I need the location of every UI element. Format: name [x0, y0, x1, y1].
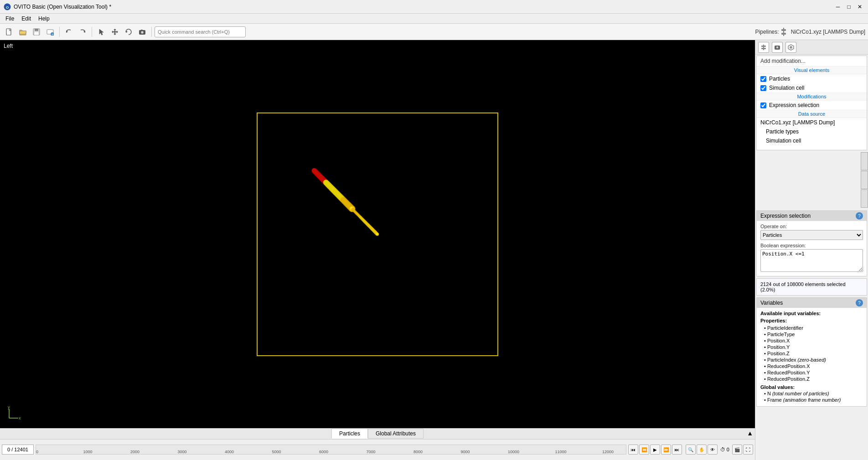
eye-button[interactable]: 👁 — [708, 445, 718, 455]
load-url-button[interactable]: + — [44, 26, 57, 38]
pipeline-tab-icon — [760, 44, 767, 51]
expression-selection-checkbox[interactable] — [760, 102, 766, 108]
save-button[interactable] — [30, 26, 43, 38]
search-input[interactable] — [155, 26, 246, 37]
sim-cell-ds-label: Simulation cell — [766, 138, 801, 144]
prop-position-z: Position.Z — [764, 351, 863, 356]
rotate-icon — [125, 28, 132, 36]
camera-tab-icon — [774, 44, 780, 51]
redo-button[interactable] — [76, 26, 89, 38]
variables-panel-title: Variables — [760, 300, 783, 306]
title-bar: O OVITO Basic (Open Visualization Tool) … — [0, 0, 868, 14]
fullscreen-button[interactable]: ⛶ — [743, 445, 753, 455]
close-button[interactable]: ✕ — [855, 2, 864, 11]
svg-rect-18 — [781, 33, 786, 35]
goto-start-button[interactable]: ⏮ — [628, 445, 638, 455]
undo-button[interactable] — [62, 26, 75, 38]
undo-icon — [65, 28, 72, 36]
menu-bar: File Edit Help — [0, 14, 868, 24]
modifications-label: Modifications — [757, 92, 867, 101]
boolean-expr-label: Boolean expression: — [760, 243, 863, 248]
expression-panel-body: Operate on: Particles Bonds Boolean expr… — [757, 221, 867, 276]
play-button[interactable]: ▶ — [650, 445, 660, 455]
simulation-cell-item[interactable]: Simulation cell — [757, 83, 867, 92]
simulation-cell-checkbox[interactable] — [760, 85, 766, 91]
screenshot-button[interactable] — [136, 26, 149, 38]
menu-file[interactable]: File — [2, 15, 18, 23]
tab-bar: Particles Global Attributes ▲ — [0, 429, 755, 440]
ovito-icon: O — [4, 3, 11, 10]
particle-types-item[interactable]: Particle types — [757, 127, 867, 136]
separator-1 — [59, 27, 60, 37]
variables-panel-header: Variables ? — [757, 298, 867, 308]
data-source-label: Data source — [757, 110, 867, 118]
svg-marker-11 — [126, 31, 128, 33]
operate-on-select[interactable]: Particles Bonds — [760, 230, 863, 240]
viewport-canvas — [0, 40, 755, 428]
pan-button[interactable]: ✋ — [697, 445, 707, 455]
open-button[interactable] — [16, 26, 29, 38]
simulation-cell-label: Simulation cell — [769, 85, 804, 91]
global-n: N (total number of particles) — [764, 391, 863, 396]
particles-item[interactable]: Particles — [757, 74, 867, 83]
minimize-button[interactable]: ─ — [833, 2, 842, 11]
playback-controls: ⏮ ⏪ ▶ ⏩ ⏭ — [626, 445, 684, 455]
svg-point-30 — [790, 46, 792, 49]
prev-frame-button[interactable]: ⏪ — [639, 445, 649, 455]
render-tab-btn[interactable] — [785, 42, 796, 53]
expression-selection-panel: Expression selection ? Operate on: Parti… — [756, 210, 867, 276]
menu-help[interactable]: Help — [35, 15, 53, 23]
global-frame: Frame (animation frame number) — [764, 397, 863, 403]
frame-speed: ⏱ 0 — [718, 447, 731, 452]
zoom-button[interactable]: 🔍 — [686, 445, 696, 455]
particles-checkbox[interactable] — [760, 76, 766, 82]
new-icon — [5, 28, 13, 36]
right-edge-mid[interactable] — [861, 171, 868, 189]
timeline: 0 / 12401 010002000300040005000600070008… — [0, 440, 755, 460]
menu-edit[interactable]: Edit — [18, 15, 35, 23]
selection-result: 2124 out of 108000 elements selected(2.0… — [756, 278, 867, 296]
move-tool[interactable] — [108, 26, 121, 38]
svg-text:y: y — [8, 405, 10, 409]
main-content: Left x y Particles Global Attributes ▲ — [0, 40, 868, 460]
variables-panel-body: Available input variables: Properties: P… — [757, 308, 867, 406]
right-edge-bot[interactable] — [861, 189, 868, 208]
datasource-main-item[interactable]: NiCrCo1.xyz [LAMMPS Dump] — [757, 118, 867, 127]
properties-title: Properties: — [760, 318, 863, 323]
selection-result-text: 2124 out of 108000 elements selected(2.0… — [760, 281, 846, 292]
timeline-ruler[interactable]: 0100020003000400050006000700080009000100… — [36, 445, 626, 455]
render-button[interactable]: 🎬 — [732, 445, 742, 455]
expression-selection-item[interactable]: Expression selection — [757, 101, 867, 110]
pipeline-tab-btn[interactable] — [758, 42, 769, 53]
svg-point-14 — [141, 31, 143, 33]
variables-help-button[interactable]: ? — [856, 299, 863, 307]
screenshot-tab-btn[interactable] — [772, 42, 783, 53]
svg-rect-4 — [35, 29, 38, 31]
add-modification-button[interactable]: Add modification... — [757, 56, 867, 66]
rotate-tool[interactable] — [122, 26, 135, 38]
prop-reduced-x: ReducedPosition.X — [764, 363, 863, 369]
goto-end-button[interactable]: ⏭ — [672, 445, 682, 455]
right-panel: Add modification... Visual elements Part… — [755, 40, 868, 460]
expression-panel-header: Expression selection ? — [757, 211, 867, 221]
right-edge-top[interactable] — [861, 152, 868, 170]
svg-text:O: O — [6, 5, 9, 10]
expression-help-button[interactable]: ? — [856, 212, 863, 220]
select-tool[interactable] — [95, 26, 108, 38]
tab-particles[interactable]: Particles — [331, 429, 368, 439]
load-url-icon: + — [46, 28, 54, 36]
pipelines-label: Pipelines: — [755, 29, 779, 35]
particle-types-label: Particle types — [766, 128, 799, 135]
next-frame-button[interactable]: ⏩ — [661, 445, 671, 455]
available-input-title: Available input variables: — [760, 311, 863, 316]
tab-global-attributes[interactable]: Global Attributes — [368, 429, 424, 439]
window-controls[interactable]: ─ □ ✕ — [833, 2, 864, 11]
new-button[interactable] — [3, 26, 16, 38]
operate-on-label: Operate on: — [760, 224, 863, 229]
maximize-button[interactable]: □ — [844, 2, 853, 11]
svg-rect-25 — [761, 48, 766, 49]
camera-icon — [139, 28, 146, 36]
sim-cell-ds-item[interactable]: Simulation cell — [757, 136, 867, 145]
collapse-button[interactable]: ▲ — [747, 429, 753, 437]
expression-textarea[interactable]: Position.X <=1 — [760, 249, 863, 272]
